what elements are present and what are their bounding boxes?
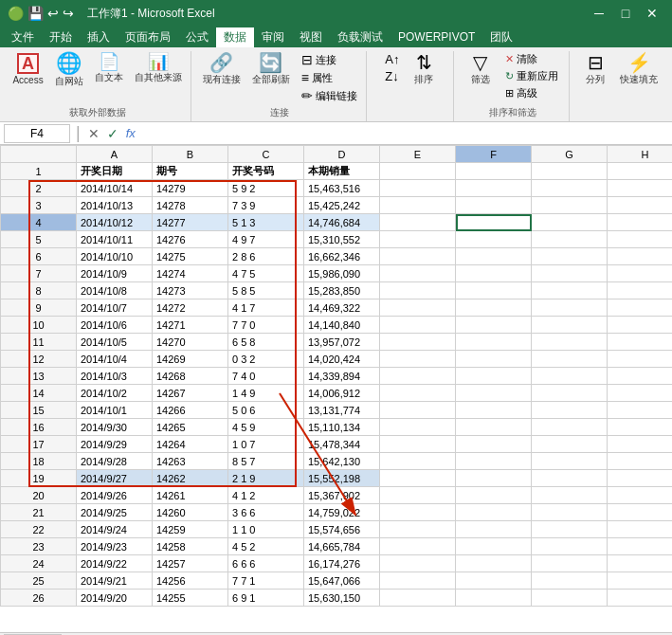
col-a-cell[interactable]: 2014/10/6	[77, 317, 153, 334]
col-c-cell[interactable]: 7 7 0	[228, 317, 304, 334]
col-d-cell[interactable]: 14,469,322	[304, 299, 380, 317]
col-g-cell[interactable]	[532, 248, 608, 265]
col-b-cell[interactable]: 14258	[153, 538, 228, 555]
col-header-a[interactable]: A	[77, 146, 153, 163]
col-b-cell[interactable]: 14266	[153, 402, 228, 419]
restore-button[interactable]: □	[613, 1, 638, 26]
table-row[interactable]: 182014/9/28142638 5 715,642,130	[1, 453, 673, 470]
col-b-cell[interactable]: 14257	[153, 555, 228, 572]
col-e-cell[interactable]	[380, 282, 456, 299]
menu-page-layout[interactable]: 页面布局	[118, 27, 178, 47]
col-h-cell[interactable]	[608, 419, 673, 436]
col-b-cell[interactable]: 14273	[153, 282, 228, 299]
col-h-cell[interactable]	[608, 436, 673, 453]
col-d-cell[interactable]: 15,463,516	[304, 180, 380, 197]
col-a-cell[interactable]: 2014/9/28	[77, 453, 153, 470]
col-b-cell[interactable]: 14264	[153, 436, 228, 453]
col-b-cell[interactable]: 期号	[153, 163, 228, 180]
table-row[interactable]: 42014/10/12142775 1 314,746,684	[1, 214, 673, 231]
col-h-cell[interactable]	[608, 555, 673, 572]
table-row[interactable]: 122014/10/4142690 3 214,020,424	[1, 351, 673, 368]
col-e-cell[interactable]	[380, 231, 456, 248]
table-row[interactable]: 62014/10/10142752 8 616,662,346	[1, 248, 673, 265]
formula-input[interactable]	[141, 127, 668, 140]
col-f-cell[interactable]	[456, 555, 532, 572]
cancel-formula-icon[interactable]: ✕	[88, 126, 100, 141]
menu-team[interactable]: 团队	[482, 27, 520, 47]
col-c-cell[interactable]: 4 5 2	[228, 538, 304, 555]
col-e-cell[interactable]	[380, 265, 456, 282]
col-e-cell[interactable]	[380, 572, 456, 590]
col-c-cell[interactable]: 5 1 3	[228, 214, 304, 231]
col-e-cell[interactable]	[380, 317, 456, 334]
col-a-cell[interactable]: 2014/9/29	[77, 436, 153, 453]
col-g-cell[interactable]	[532, 231, 608, 248]
refresh-all-button[interactable]: 🔄 全部刷新	[248, 51, 294, 88]
col-h-cell[interactable]	[608, 299, 673, 317]
col-b-cell[interactable]: 14278	[153, 197, 228, 214]
col-a-cell[interactable]: 2014/10/10	[77, 248, 153, 265]
col-h-cell[interactable]	[608, 197, 673, 214]
table-row[interactable]: 162014/9/30142654 5 915,110,134	[1, 419, 673, 436]
col-c-cell[interactable]: 7 7 1	[228, 572, 304, 590]
col-f-cell[interactable]	[456, 334, 532, 351]
col-h-cell[interactable]	[608, 538, 673, 555]
col-header-e[interactable]: E	[380, 146, 456, 163]
split-columns-button[interactable]: ⊟ 分列	[578, 51, 612, 88]
col-e-cell[interactable]	[380, 555, 456, 572]
col-d-cell[interactable]: 14,759,022	[304, 504, 380, 521]
col-c-cell[interactable]: 4 9 7	[228, 231, 304, 248]
menu-home[interactable]: 开始	[42, 27, 80, 47]
col-e-cell[interactable]	[380, 214, 456, 231]
col-e-cell[interactable]	[380, 197, 456, 214]
col-g-cell[interactable]	[532, 163, 608, 180]
clear-button[interactable]: ✕ 清除	[501, 51, 562, 67]
insert-function-icon[interactable]: fx	[126, 126, 136, 140]
redo-icon[interactable]: ↪	[63, 6, 74, 21]
col-a-cell[interactable]: 开奖日期	[77, 163, 153, 180]
col-f-cell[interactable]	[456, 470, 532, 487]
table-row[interactable]: 132014/10/3142687 4 014,339,894	[1, 368, 673, 385]
col-c-cell[interactable]: 4 5 9	[228, 419, 304, 436]
col-b-cell[interactable]: 14270	[153, 334, 228, 351]
col-h-cell[interactable]	[608, 521, 673, 538]
col-b-cell[interactable]: 14272	[153, 299, 228, 317]
col-a-cell[interactable]: 2014/9/30	[77, 419, 153, 436]
col-a-cell[interactable]: 2014/9/21	[77, 572, 153, 590]
col-h-cell[interactable]	[608, 590, 673, 607]
col-d-cell[interactable]: 14,020,424	[304, 351, 380, 368]
col-e-cell[interactable]	[380, 470, 456, 487]
col-d-cell[interactable]: 15,310,552	[304, 231, 380, 248]
col-b-cell[interactable]: 14275	[153, 248, 228, 265]
col-b-cell[interactable]: 14277	[153, 214, 228, 231]
col-f-cell[interactable]	[456, 180, 532, 197]
col-h-cell[interactable]	[608, 282, 673, 299]
table-row[interactable]: 212014/9/25142603 6 614,759,022	[1, 504, 673, 521]
col-a-cell[interactable]: 2014/9/20	[77, 590, 153, 607]
advanced-button[interactable]: ⊞ 高级	[501, 85, 562, 101]
col-g-cell[interactable]	[532, 453, 608, 470]
col-b-cell[interactable]: 14267	[153, 385, 228, 402]
col-g-cell[interactable]	[532, 334, 608, 351]
col-h-cell[interactable]	[608, 265, 673, 282]
col-f-cell[interactable]	[456, 402, 532, 419]
confirm-formula-icon[interactable]: ✓	[107, 126, 118, 141]
col-c-cell[interactable]: 5 8 5	[228, 282, 304, 299]
other-sources-button[interactable]: 📊 自其他来源	[131, 51, 186, 86]
name-box[interactable]	[4, 124, 70, 143]
col-a-cell[interactable]: 2014/10/11	[77, 231, 153, 248]
table-row[interactable]: 192014/9/27142622 1 915,552,198	[1, 470, 673, 487]
col-g-cell[interactable]	[532, 351, 608, 368]
save-icon[interactable]: 💾	[27, 6, 44, 21]
col-b-cell[interactable]: 14262	[153, 470, 228, 487]
col-f-cell[interactable]	[456, 436, 532, 453]
col-c-cell[interactable]: 5 9 2	[228, 180, 304, 197]
col-b-cell[interactable]: 14268	[153, 368, 228, 385]
col-f-cell[interactable]	[456, 299, 532, 317]
edit-links-button[interactable]: ✏ 编辑链接	[298, 87, 361, 104]
sort-az-button[interactable]: A↑	[381, 51, 403, 67]
col-f-cell[interactable]	[456, 487, 532, 504]
col-e-cell[interactable]	[380, 368, 456, 385]
col-e-cell[interactable]	[380, 248, 456, 265]
undo-icon[interactable]: ↩	[47, 6, 59, 21]
